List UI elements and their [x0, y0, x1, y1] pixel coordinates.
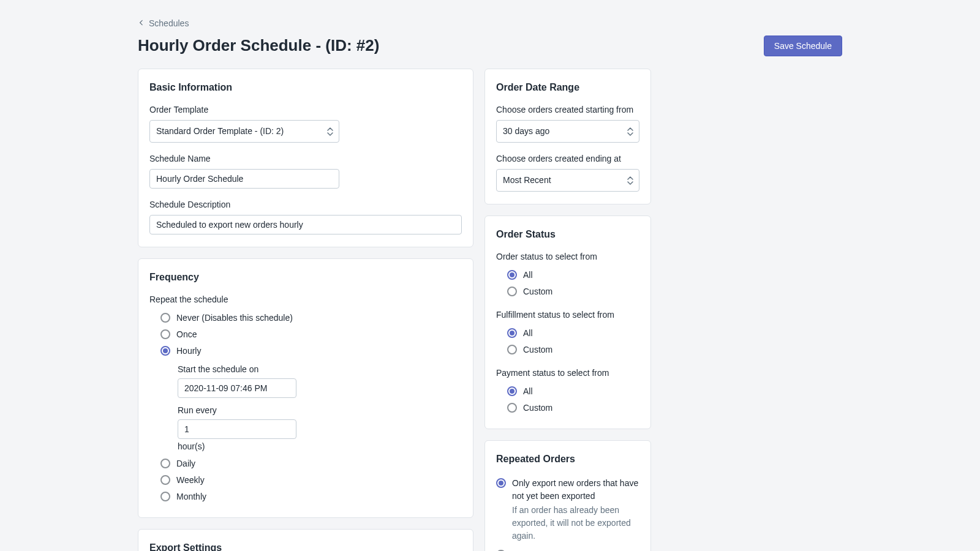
export-settings-card: Export Settings Determine how you want t…: [138, 529, 473, 551]
chevron-left-icon: [138, 17, 145, 30]
order-status-custom[interactable]: Custom: [496, 283, 639, 300]
radio-icon: [160, 329, 170, 339]
payment-custom-label: Custom: [523, 402, 552, 414]
order-date-range-heading: Order Date Range: [496, 80, 639, 95]
frequency-hourly-label: Hourly: [176, 345, 201, 358]
schedule-description-input[interactable]: [149, 215, 462, 234]
run-every-label: Run every: [178, 404, 462, 417]
frequency-heading: Frequency: [149, 270, 462, 285]
radio-icon: [507, 345, 517, 354]
frequency-weekly-label: Weekly: [176, 474, 205, 487]
schedule-name-label: Schedule Name: [149, 152, 462, 165]
fulfillment-status-all[interactable]: All: [496, 325, 639, 342]
date-ending-select[interactable]: Most Recent: [496, 169, 639, 192]
hourly-start-input[interactable]: [178, 378, 296, 398]
repeated-orders-heading: Repeated Orders: [496, 452, 639, 467]
fulfillment-status-custom[interactable]: Custom: [496, 342, 639, 358]
frequency-card: Frequency Repeat the schedule Never (Dis…: [138, 258, 473, 518]
fulfillment-status-label: Fulfillment status to select from: [496, 309, 639, 321]
page-title: Hourly Order Schedule - (ID: #2): [138, 34, 379, 58]
repeated-new-label: Only export new orders that have not yet…: [512, 477, 639, 503]
run-every-unit: hour(s): [178, 440, 462, 453]
fulfillment-all-label: All: [523, 327, 533, 340]
frequency-option-daily[interactable]: Daily: [149, 455, 462, 472]
frequency-option-weekly[interactable]: Weekly: [149, 472, 462, 489]
run-every-input[interactable]: [178, 419, 296, 439]
date-ending-label: Choose orders created ending at: [496, 152, 639, 165]
export-settings-heading: Export Settings: [149, 541, 462, 551]
basic-information-card: Basic Information Order Template Standar…: [138, 69, 473, 247]
frequency-option-once[interactable]: Once: [149, 326, 462, 343]
frequency-option-monthly[interactable]: Monthly: [149, 489, 462, 505]
basic-information-heading: Basic Information: [149, 80, 462, 95]
radio-icon: [507, 386, 517, 396]
frequency-never-label: Never (Disables this schedule): [176, 312, 293, 324]
radio-icon: [160, 346, 170, 356]
order-status-all-label: All: [523, 269, 533, 282]
breadcrumb-back[interactable]: Schedules: [138, 17, 189, 30]
repeated-all-label: Export all orders: [512, 549, 575, 551]
repeated-orders-card: Repeated Orders Only export new orders t…: [484, 440, 651, 551]
radio-icon: [507, 328, 517, 338]
payment-all-label: All: [523, 385, 533, 398]
order-status-card: Order Status Order status to select from…: [484, 216, 651, 429]
order-status-custom-label: Custom: [523, 285, 552, 298]
date-starting-select[interactable]: 30 days ago: [496, 120, 639, 143]
breadcrumb-label: Schedules: [149, 17, 189, 30]
payment-status-all[interactable]: All: [496, 383, 639, 400]
radio-icon: [160, 313, 170, 323]
repeated-orders-all[interactable]: Export all orders: [496, 547, 639, 551]
frequency-option-hourly[interactable]: Hourly: [149, 343, 462, 359]
frequency-monthly-label: Monthly: [176, 490, 206, 503]
save-schedule-button[interactable]: Save Schedule: [764, 36, 842, 56]
payment-status-custom[interactable]: Custom: [496, 400, 639, 416]
fulfillment-custom-label: Custom: [523, 343, 552, 356]
frequency-option-never[interactable]: Never (Disables this schedule): [149, 310, 462, 326]
radio-icon: [507, 403, 517, 413]
date-starting-label: Choose orders created starting from: [496, 103, 639, 116]
hourly-start-label: Start the schedule on: [178, 363, 462, 376]
radio-icon: [160, 492, 170, 501]
order-template-select[interactable]: Standard Order Template - (ID: 2): [149, 120, 339, 143]
radio-icon: [496, 478, 506, 488]
radio-icon: [507, 270, 517, 280]
payment-status-label: Payment status to select from: [496, 367, 639, 380]
order-status-all[interactable]: All: [496, 267, 639, 283]
order-status-heading: Order Status: [496, 227, 639, 242]
radio-icon: [160, 475, 170, 485]
schedule-description-label: Schedule Description: [149, 198, 462, 211]
order-status-label: Order status to select from: [496, 250, 639, 263]
repeated-orders-new[interactable]: Only export new orders that have not yet…: [496, 475, 639, 544]
schedule-name-input[interactable]: [149, 169, 339, 189]
order-template-label: Order Template: [149, 103, 462, 116]
radio-icon: [160, 459, 170, 468]
repeated-new-help: If an order has already been exported, i…: [512, 504, 639, 542]
repeat-label: Repeat the schedule: [149, 293, 462, 306]
frequency-daily-label: Daily: [176, 457, 195, 470]
radio-icon: [507, 287, 517, 296]
order-date-range-card: Order Date Range Choose orders created s…: [484, 69, 651, 204]
frequency-once-label: Once: [176, 328, 197, 341]
